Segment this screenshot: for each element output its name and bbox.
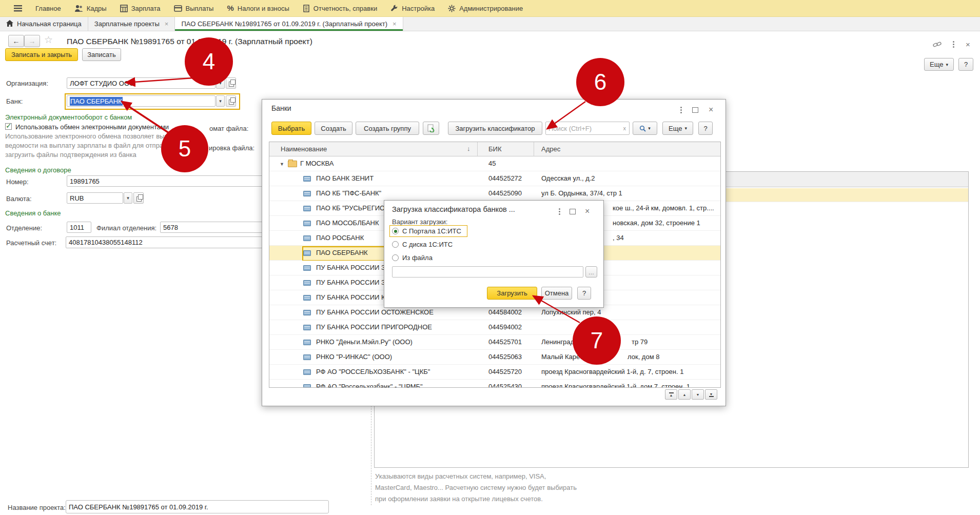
tab-пао-сбербанк-№198917[interactable]: ПАО СБЕРБАНК №19891765 от 01.09.2019 г. … [175,17,403,31]
bank-icon [303,354,311,360]
load-help-button[interactable]: ? [577,287,591,300]
form-more-button[interactable]: Еще▾ [924,58,954,71]
file-path-input[interactable] [392,266,583,278]
scroll-up-button[interactable]: ▲ [678,389,691,400]
bank-input[interactable]: ПАО СБЕРБАНК [67,95,215,107]
form-help-button[interactable]: ? [958,58,973,71]
radio-icon[interactable] [392,241,399,248]
banks-more-button[interactable]: Еще▾ [662,122,693,135]
org-open-icon[interactable] [226,77,236,89]
bank-group-row[interactable]: ▼Г МОСКВА45 [269,156,720,171]
radio-icon[interactable] [392,254,399,261]
bank-dropdown-button[interactable]: ▾ [216,95,225,107]
report-icon [303,5,310,12]
load-close-icon[interactable]: × [585,207,590,216]
bank-row[interactable]: ПУ БАНКА РОССИИ ПРИГОРОДНОЕ044594002 [269,320,720,335]
col-bik[interactable]: БИК [488,145,501,153]
banks-load-classifier-button[interactable]: Загрузить классификатор [448,122,542,135]
branch-input[interactable]: 1011 [67,222,91,233]
number-label: Номер: [6,178,29,186]
menu-item-зарплата[interactable]: Зарплата [113,0,167,17]
menu-item-отчетность-справки[interactable]: Отчетность, справки [296,0,384,17]
menu-item-администрирование[interactable]: Администрирование [441,0,530,17]
banks-create-group-button[interactable]: Создать группу [356,122,419,135]
banks-select-button[interactable]: Выбрать [271,122,311,135]
banks-copy-item-button[interactable] [423,122,439,135]
svg-text:4: 4 [203,49,215,74]
bank-row[interactable]: РНКО "Р-ИНКАС" (ООО)044525063Малый Карет… [269,350,720,365]
edo-checkbox-label: Использовать обмен электронными документ… [15,123,169,131]
banks-create-button[interactable]: Создать [315,122,352,135]
currency-input[interactable]: RUB [67,192,123,204]
menu-item-налоги-и-взносы[interactable]: %Налоги и взносы [220,0,296,17]
radio-option-2[interactable]: С диска 1С:ИТС [392,241,453,248]
banks-help-button[interactable]: ? [698,122,713,135]
edo-section-header: Электронный документооборот с банком [5,113,132,121]
number-input[interactable]: 19891765 [67,175,264,187]
banks-close-icon[interactable]: × [709,105,713,114]
col-name[interactable]: Наименование [281,145,327,153]
load-classifier-dialog: Загрузка классификатора банков ... × Вар… [384,200,604,308]
bank-icon [303,250,311,256]
bank-open-icon[interactable] [226,95,236,107]
scroll-top-button[interactable]: ▲ [665,389,677,400]
favorite-star-icon[interactable]: ☆ [44,34,53,46]
branch-label: Отделение: [6,224,42,232]
forward-button[interactable]: → [24,35,40,47]
currency-open-icon[interactable] [133,192,144,204]
menu-item-настройка[interactable]: Настройка [384,0,441,17]
radio-option-3[interactable]: Из файла [392,254,433,262]
scroll-bottom-button[interactable]: ▼ [705,389,717,400]
magnifier-icon [639,125,646,132]
address-fragment: тр 79 [632,338,648,346]
wrench-icon [390,5,398,12]
banks-search-input[interactable]: Поиск (Ctrl+F) x [545,122,630,135]
bank-row[interactable]: РФ АО "РОССЕЛЬХОЗБАНК" - "ЦКБ"044525720п… [269,365,720,380]
save-and-close-button[interactable]: Записать и закрыть [5,48,78,61]
bank-icon [303,295,311,301]
banks-search-button[interactable]: ▾ [633,122,657,135]
tab-начальная-страница[interactable]: Начальная страница [0,17,88,31]
col-address[interactable]: Адрес [541,145,560,153]
sort-descending-icon[interactable]: ↓ [467,145,471,152]
currency-dropdown-button[interactable]: ▾ [124,192,132,204]
save-button[interactable]: Записать [82,48,121,61]
menu-item-выплаты[interactable]: Выплаты [167,0,221,17]
load-kebab-icon[interactable] [559,208,560,215]
app-screen: ГлавноеКадрыЗарплатаВыплаты%Налоги и взн… [0,0,980,515]
tab-зарплатные-проекты[interactable]: Зарплатные проекты× [88,17,175,31]
project-name-input[interactable]: ПАО СБЕРБАНК №19891765 от 01.09.2019 г. [66,500,329,513]
scroll-down-button[interactable]: ▼ [692,389,704,400]
radio-icon[interactable] [392,228,399,234]
bank-row[interactable]: ПАО КБ "ПФС-БАНК"044525090ул Б. Ордынка,… [269,186,720,201]
org-dropdown-button[interactable]: ▾ [216,77,225,89]
currency-label: Валюта: [6,195,32,203]
bank-icon [303,384,311,388]
tab-close-icon[interactable]: × [165,20,169,28]
bank-row[interactable]: ПАО БАНК ЗЕНИТ044525272Одесская ул., д.2 [269,171,720,186]
tab-close-icon[interactable]: × [393,20,397,28]
browse-button[interactable]: ... [585,266,597,278]
menu-item-главное[interactable]: Главное [29,0,68,17]
bank-row[interactable]: РФ АО "Россельхозбанк" - "ЦРМБ"044525430… [269,380,720,388]
more-menu-icon[interactable] [953,41,954,48]
expander-icon[interactable]: ▼ [280,162,284,167]
back-button[interactable]: ← [8,35,24,47]
link-icon[interactable] [933,41,942,48]
org-input[interactable]: ЛОФТ СТУДИО ООО [67,77,215,89]
subbranch-input[interactable]: 5678 [160,222,264,233]
bank-row[interactable]: РНКО "Деньги.Мэйл.Ру" (ООО)044525701Лени… [269,335,720,350]
hamburger-menu-button[interactable] [7,0,29,17]
load-maximize-icon[interactable] [570,209,576,214]
cancel-button[interactable]: Отмена [541,287,572,300]
account-input[interactable]: 40817810438055148112 [66,236,264,248]
search-clear-icon[interactable]: x [623,125,626,131]
banks-kebab-icon[interactable] [680,107,682,113]
menu-item-кадры[interactable]: Кадры [68,0,113,17]
radio-option-1[interactable]: С Портала 1С:ИТС [392,227,461,235]
load-button[interactable]: Загрузить [487,287,537,300]
banks-maximize-icon[interactable] [692,107,698,113]
close-form-icon[interactable]: × [966,40,970,49]
table-scroll-nav: ▲ ▲ ▼ ▼ [665,389,717,400]
edo-checkbox[interactable]: ✓ [5,123,12,130]
